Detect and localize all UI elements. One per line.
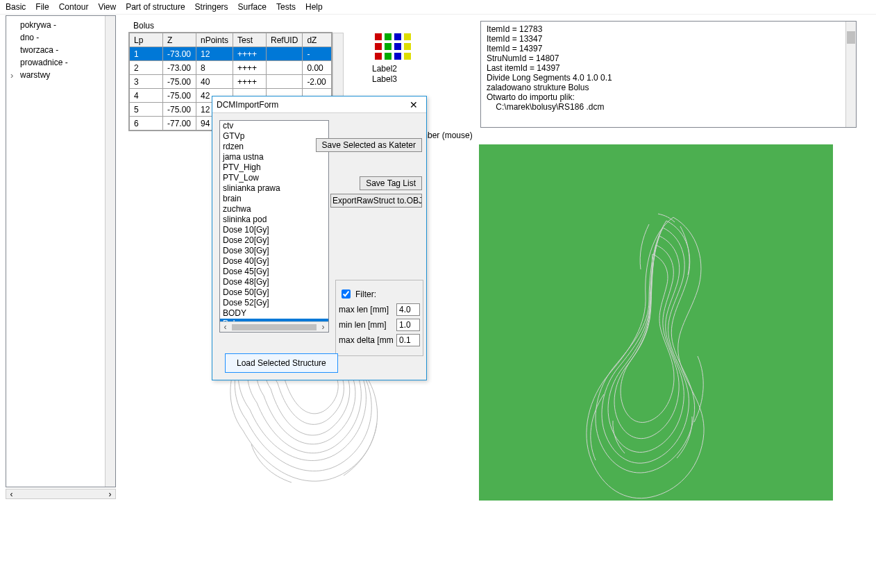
log-panel: ItemId = 12783 ItemId = 13347 ItemId = 1… <box>480 21 857 128</box>
swatch-red <box>375 53 382 60</box>
export-obj-button[interactable]: ExportRawStruct to.OBJ file <box>330 194 422 208</box>
swatch-green <box>385 53 391 60</box>
tree-hscroll[interactable]: ‹ › <box>6 489 116 499</box>
tree-item-prowadnice[interactable]: prowadnice <box>8 56 114 69</box>
menu-stringers[interactable]: Stringers <box>195 2 228 12</box>
list-item[interactable]: Dose 50[Gy] <box>220 287 328 298</box>
menu-basic[interactable]: Basic <box>6 2 26 12</box>
table-row[interactable]: 3-75.0040++++-2.00 <box>130 75 332 89</box>
list-item[interactable]: Dose 30[Gy] <box>220 246 328 256</box>
list-item[interactable]: PTV_Low <box>220 173 328 183</box>
list-item[interactable]: brain <box>220 194 328 204</box>
swatch-blue <box>394 43 401 50</box>
viewport-right[interactable] <box>479 144 833 501</box>
scroll-left-icon[interactable]: ‹ <box>6 489 17 499</box>
mouse-label: mber (mouse) <box>421 131 473 140</box>
menu-contour[interactable]: Contour <box>59 2 89 12</box>
swatch-yellow <box>404 33 411 40</box>
grid-title: Bolus <box>133 21 154 31</box>
menu-part-of-structure[interactable]: Part of structure <box>126 2 185 12</box>
list-item[interactable]: Dose 40[Gy] <box>220 256 328 267</box>
swatch-red <box>375 43 382 50</box>
col-npoints[interactable]: nPoints <box>196 33 233 47</box>
maxlen-label: max len [mm] <box>339 305 394 314</box>
scroll-thumb[interactable] <box>232 324 317 330</box>
listbox-hscroll[interactable]: ‹ › <box>220 321 328 332</box>
tree-item-dno[interactable]: dno <box>8 31 114 44</box>
scroll-right-icon[interactable]: › <box>318 322 328 332</box>
tree-panel: pokrywa dno tworzaca prowadnice warstwy <box>6 15 116 487</box>
tree-item-warstwy[interactable]: warstwy <box>8 69 114 81</box>
filter-checkbox[interactable] <box>342 289 351 299</box>
list-item[interactable]: ctv <box>220 121 328 131</box>
menu-file[interactable]: File <box>35 2 49 12</box>
label2: Label2 <box>372 64 397 74</box>
maxdelta-label: max delta [mm <box>339 335 394 345</box>
list-item[interactable]: BODY <box>220 308 328 319</box>
col-test[interactable]: Test <box>233 33 267 47</box>
close-icon[interactable]: ✕ <box>405 99 422 110</box>
dialog-title: DCMImportForm <box>217 100 405 110</box>
scroll-right-icon[interactable]: › <box>105 489 115 499</box>
swatch-yellow <box>404 53 411 60</box>
swatch-labels: Label2 Label3 <box>372 64 397 85</box>
scroll-left-icon[interactable]: ‹ <box>220 322 230 332</box>
list-item[interactable]: PTV_High <box>220 162 328 173</box>
tree-item-pokrywa[interactable]: pokrywa <box>8 19 114 31</box>
table-row[interactable]: 2-73.008++++0.00 <box>130 61 332 75</box>
dialog-titlebar[interactable]: DCMImportForm ✕ <box>212 96 426 113</box>
log-scrollbar[interactable] <box>845 22 856 127</box>
list-item[interactable]: Dose 20[Gy] <box>220 235 328 246</box>
list-item[interactable]: slinianka prawa <box>220 183 328 194</box>
table-row[interactable]: 1-73.0012++++- <box>130 47 332 61</box>
load-structure-button[interactable]: Load Selected Structure <box>225 353 338 373</box>
structure-listbox[interactable]: ctvGTVprdzenjama ustnaPTV_HighPTV_Lowsli… <box>219 120 329 333</box>
menu-help[interactable]: Help <box>305 2 323 12</box>
list-item[interactable]: Dose 48[Gy] <box>220 277 328 287</box>
list-item[interactable]: GTVp <box>220 131 328 142</box>
list-item[interactable]: jama ustna <box>220 152 328 162</box>
filter-label: Filter: <box>355 289 376 299</box>
swatch-blue <box>394 53 401 60</box>
col-dz[interactable]: dZ <box>303 33 332 47</box>
list-item[interactable]: Dose 45[Gy] <box>220 267 328 277</box>
maxdelta-input[interactable] <box>396 334 420 346</box>
filter-group: Filter: max len [mm] min len [mm] max de… <box>335 280 423 356</box>
save-taglist-button[interactable]: Save Tag List <box>360 176 422 190</box>
color-swatches <box>375 33 411 62</box>
menu-view[interactable]: View <box>98 2 116 12</box>
swatch-green <box>385 43 391 50</box>
swatch-blue <box>394 33 401 40</box>
minlen-input[interactable] <box>396 319 420 331</box>
menu-surface[interactable]: Surface <box>238 2 267 12</box>
swatch-yellow <box>404 43 411 50</box>
tree-scrollbar[interactable] <box>105 16 115 487</box>
tree-item-tworzaca[interactable]: tworzaca <box>8 44 114 56</box>
list-item[interactable]: zuchwa <box>220 204 328 215</box>
menu-tests[interactable]: Tests <box>276 2 296 12</box>
swatch-red <box>375 33 382 40</box>
col-lp[interactable]: Lp <box>130 33 163 47</box>
swatch-green <box>385 33 391 40</box>
save-kateter-button[interactable]: Save Selected as Kateter <box>316 138 422 152</box>
list-item[interactable]: Dose 10[Gy] <box>220 225 328 235</box>
list-item[interactable]: rdzen <box>220 142 328 152</box>
maxlen-input[interactable] <box>396 303 420 316</box>
minlen-label: min len [mm] <box>339 320 394 330</box>
label3: Label3 <box>372 74 397 85</box>
col-refuid[interactable]: RefUID <box>267 33 303 47</box>
menubar: Basic File Contour View Part of structur… <box>0 0 876 15</box>
col-z[interactable]: Z <box>163 33 196 47</box>
list-item[interactable]: Dose 52[Gy] <box>220 298 328 308</box>
dcm-import-dialog: DCMImportForm ✕ ctvGTVprdzenjama ustnaPT… <box>212 96 427 380</box>
list-item[interactable]: slininka pod <box>220 215 328 225</box>
